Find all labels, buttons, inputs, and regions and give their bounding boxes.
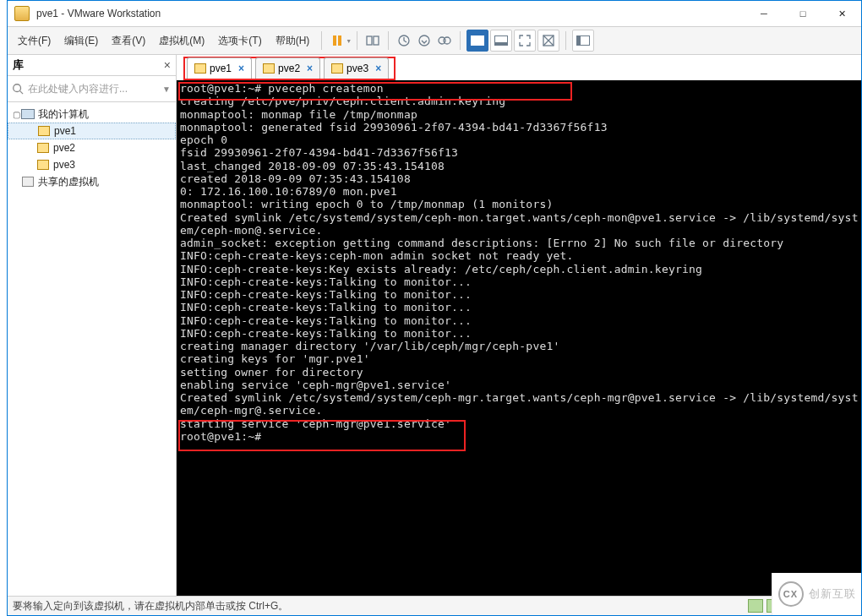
search-input[interactable] — [25, 79, 161, 98]
sidebar-header: 库 × — [8, 55, 176, 76]
watermark-text: 创新互联 — [809, 586, 856, 602]
svg-rect-0 — [333, 35, 336, 46]
fullscreen-button[interactable] — [514, 30, 536, 52]
tab-pve2[interactable]: pve2 × — [255, 57, 320, 79]
window-controls: ─ □ ✕ — [745, 1, 861, 26]
menu-file[interactable]: 文件(F) — [11, 30, 57, 52]
tab-label: pve1 — [210, 63, 232, 74]
sidebar: 库 × ▼ ▢ 我的计算机 pve1 — [8, 55, 177, 596]
vm-icon — [331, 63, 343, 74]
vm-icon — [38, 126, 50, 136]
content-area: pve1 × pve2 × pve3 × — [177, 55, 861, 596]
svg-rect-1 — [338, 35, 341, 46]
tree-item-pve2[interactable]: pve2 — [8, 139, 176, 156]
tree-item-pve1[interactable]: pve1 — [8, 123, 176, 139]
send-ctrl-alt-del-button[interactable] — [363, 30, 383, 51]
maximize-button[interactable]: □ — [783, 1, 822, 26]
harddisk-icon[interactable] — [748, 599, 763, 613]
sidebar-search: ▼ — [8, 76, 176, 102]
watermark: CX 创新互联 — [772, 573, 861, 615]
app-window: pve1 - VMware Workstation ─ □ ✕ 文件(F) 编辑… — [7, 0, 862, 616]
snapshot-manager-button[interactable] — [434, 30, 455, 51]
search-icon — [11, 83, 25, 95]
vm-tabs: pve1 × pve2 × pve3 × — [177, 55, 861, 80]
tab-close-icon[interactable]: × — [307, 63, 313, 74]
tree-root-my-computer[interactable]: ▢ 我的计算机 — [8, 106, 176, 123]
tab-close-icon[interactable]: × — [238, 63, 244, 74]
menu-vm[interactable]: 虚拟机(M) — [152, 30, 211, 52]
statusbar: 要将输入定向到该虚拟机，请在虚拟机内部单击或按 Ctrl+G。 — [8, 596, 861, 615]
menubar: 文件(F) 编辑(E) 查看(V) 虚拟机(M) 选项卡(T) 帮助(H) ▼ — [8, 26, 861, 55]
svg-point-7 — [444, 37, 450, 44]
tab-pve3[interactable]: pve3 × — [324, 57, 389, 79]
snapshot-button[interactable] — [394, 30, 414, 51]
close-button[interactable]: ✕ — [822, 1, 861, 26]
host-icon — [21, 109, 35, 119]
tab-label: pve2 — [278, 63, 300, 74]
vm-icon — [37, 143, 49, 153]
library-button[interactable] — [572, 30, 594, 52]
svg-point-9 — [14, 84, 21, 92]
menu-view[interactable]: 查看(V) — [105, 30, 152, 52]
vm-icon — [194, 63, 206, 74]
svg-rect-2 — [367, 36, 372, 45]
menu-edit[interactable]: 编辑(E) — [57, 30, 105, 52]
vm-icon — [263, 63, 275, 74]
sidebar-tree: ▢ 我的计算机 pve1 pve2 pve3 — [8, 102, 176, 596]
view-console-button[interactable] — [466, 30, 488, 52]
menu-tabs[interactable]: 选项卡(T) — [211, 30, 268, 52]
window-title: pve1 - VMware Workstation — [36, 8, 745, 19]
terminal[interactable]: root@pve1:~# pveceph createmon creating … — [177, 80, 861, 596]
tree-shared-vms[interactable]: 共享的虚拟机 — [8, 173, 176, 190]
search-dropdown-icon[interactable]: ▼ — [161, 84, 172, 94]
watermark-logo-icon: CX — [778, 581, 804, 607]
tab-close-icon[interactable]: × — [375, 63, 381, 74]
minimize-button[interactable]: ─ — [745, 1, 783, 26]
revert-snapshot-button[interactable] — [414, 30, 434, 51]
pause-button[interactable] — [327, 30, 347, 51]
statusbar-text: 要将输入定向到该虚拟机，请在虚拟机内部单击或按 Ctrl+G。 — [13, 599, 288, 613]
terminal-text: root@pve1:~# pveceph createmon creating … — [177, 80, 861, 444]
titlebar[interactable]: pve1 - VMware Workstation ─ □ ✕ — [8, 1, 861, 26]
svg-point-5 — [419, 35, 429, 46]
collapse-icon[interactable]: ▢ — [11, 110, 21, 119]
sidebar-close-icon[interactable]: × — [164, 58, 171, 72]
svg-rect-3 — [374, 36, 379, 45]
thumbnail-bar-button[interactable] — [537, 30, 559, 52]
view-unity-button[interactable] — [490, 30, 512, 52]
main-area: 库 × ▼ ▢ 我的计算机 pve1 — [8, 55, 861, 596]
vm-icon — [37, 160, 49, 170]
tabs-highlight: pve1 × pve2 × pve3 × — [183, 57, 396, 80]
app-icon — [14, 6, 30, 21]
menu-help[interactable]: 帮助(H) — [269, 30, 317, 52]
shared-icon — [22, 177, 34, 187]
tab-label: pve3 — [346, 63, 368, 74]
tree-item-pve3[interactable]: pve3 — [8, 156, 176, 173]
tab-pve1[interactable]: pve1 × — [187, 57, 252, 79]
sidebar-title: 库 — [13, 57, 24, 73]
